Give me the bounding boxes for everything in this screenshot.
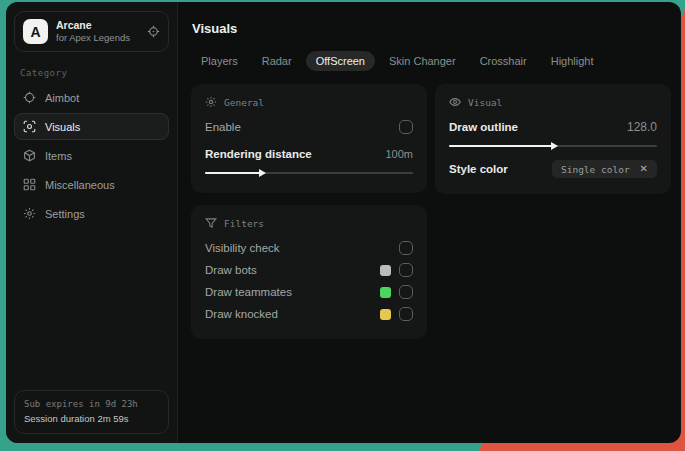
draw-knocked-checkbox[interactable] [399,307,413,321]
style-color-select[interactable]: Single color ✕ [552,160,657,178]
draw-knocked-color-swatch[interactable] [380,309,391,320]
eye-icon [449,96,461,108]
draw-knocked-label: Draw knocked [205,308,278,320]
app-header-card: A Arcane for Apex Legends [14,11,169,52]
sidebar-item-miscellaneous[interactable]: Miscellaneous [14,171,169,198]
style-color-value: Single color [561,164,630,175]
target-icon[interactable] [147,25,160,38]
sidebar-nav: Aimbot Visuals Items [14,84,169,227]
sidebar-item-label: Miscellaneous [45,179,115,191]
tab-highlight[interactable]: Highlight [541,51,604,71]
tab-radar[interactable]: Radar [252,51,302,71]
gear-icon [23,207,36,220]
draw-outline-slider[interactable] [449,142,657,150]
visibility-check-label: Visibility check [205,242,280,254]
draw-teammates-color-swatch[interactable] [380,287,391,298]
draw-bots-checkbox[interactable] [399,263,413,277]
crosshair-icon [23,91,36,104]
draw-teammates-row: Draw teammates [205,281,413,303]
visibility-check-row: Visibility check [205,237,413,259]
tab-players[interactable]: Players [191,51,248,71]
sidebar-item-label: Settings [45,208,85,220]
app-logo: A [23,19,48,44]
filters-panel: Filters Visibility check Draw bots [191,205,427,339]
sidebar-item-visuals[interactable]: Visuals [14,113,169,140]
sidebar-item-label: Aimbot [45,92,79,104]
style-color-label: Style color [449,163,508,175]
sidebar: A Arcane for Apex Legends Category [6,2,178,443]
visual-panel-title: Visual [468,97,502,108]
subscription-card: Sub expires in 9d 23h Session duration 2… [14,390,169,434]
general-panel: General Enable Rendering distance 100m [191,84,427,193]
style-color-row: Style color Single color ✕ [449,158,657,180]
sub-expires-text: Sub expires in 9d 23h [24,398,159,412]
sidebar-item-aimbot[interactable]: Aimbot [14,84,169,111]
draw-outline-row: Draw outline 128.0 [449,116,657,138]
app-name: Arcane [56,19,139,32]
draw-bots-label: Draw bots [205,264,257,276]
draw-teammates-checkbox[interactable] [399,285,413,299]
app-subtitle: for Apex Legends [56,32,139,44]
box-icon [23,149,36,162]
eye-scan-icon [23,120,36,133]
draw-bots-color-swatch[interactable] [380,265,391,276]
slider-thumb[interactable] [551,142,558,150]
category-label: Category [20,68,169,78]
sidebar-item-label: Items [45,150,72,162]
main-content: Visuals Players Radar OffScreen Skin Cha… [178,2,681,443]
general-gear-icon [205,96,217,108]
rendering-distance-slider[interactable] [205,169,413,177]
filters-panel-title: Filters [224,218,264,229]
filter-funnel-icon [205,217,217,229]
slider-thumb[interactable] [259,169,266,177]
tab-skin-changer[interactable]: Skin Changer [379,51,466,71]
draw-outline-label: Draw outline [449,121,518,133]
tab-bar: Players Radar OffScreen Skin Changer Cro… [191,51,671,71]
rendering-distance-row: Rendering distance 100m [205,143,413,165]
rendering-distance-label: Rendering distance [205,148,312,160]
draw-outline-value: 128.0 [627,120,657,134]
general-panel-title: General [224,97,264,108]
visual-panel: Visual Draw outline 128.0 Style color [435,84,671,194]
draw-bots-row: Draw bots [205,259,413,281]
tab-crosshair[interactable]: Crosshair [470,51,537,71]
rendering-distance-value: 100m [385,148,413,160]
session-duration-text: Session duration 2m 59s [24,412,159,426]
sidebar-item-label: Visuals [45,121,80,133]
sidebar-item-settings[interactable]: Settings [14,200,169,227]
enable-checkbox[interactable] [399,120,413,134]
grid-icon [23,178,36,191]
close-icon[interactable]: ✕ [640,164,648,174]
enable-row: Enable [205,116,413,138]
visibility-check-checkbox[interactable] [399,241,413,255]
sidebar-item-items[interactable]: Items [14,142,169,169]
enable-label: Enable [205,121,241,133]
app-window: A Arcane for Apex Legends Category [6,2,681,443]
tab-offscreen[interactable]: OffScreen [306,51,375,71]
page-title: Visuals [192,21,671,36]
draw-teammates-label: Draw teammates [205,286,292,298]
draw-knocked-row: Draw knocked [205,303,413,325]
